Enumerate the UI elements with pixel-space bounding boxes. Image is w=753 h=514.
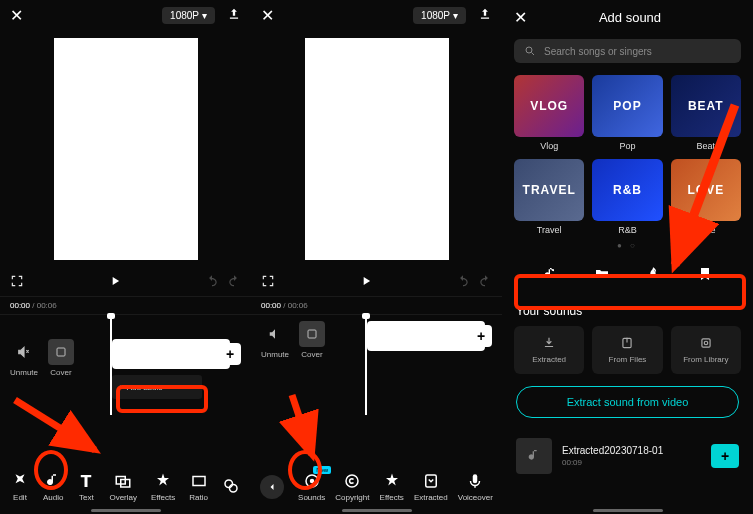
cover-button[interactable]: Cover [48, 339, 74, 377]
tool-sounds[interactable]: SoundsNew [298, 472, 325, 502]
back-button[interactable] [260, 475, 284, 499]
export-icon[interactable] [478, 7, 492, 24]
close-button[interactable]: ✕ [261, 6, 274, 25]
search-placeholder: Search songs or singers [544, 46, 652, 57]
section-title: Your sounds [502, 294, 753, 326]
tab-bookmark-icon[interactable] [697, 266, 713, 284]
close-button[interactable]: ✕ [10, 6, 23, 25]
svg-point-4 [225, 480, 233, 488]
source-library[interactable]: From Library [671, 326, 741, 374]
category-pop[interactable]: POPPop [592, 75, 662, 151]
redo-icon[interactable] [478, 274, 492, 290]
svg-point-5 [229, 484, 237, 492]
topbar: ✕ 1080P▾ [0, 0, 251, 30]
svg-rect-3 [193, 477, 205, 486]
add-sound-panel: ✕ Add sound Search songs or singers VLOG… [502, 0, 753, 514]
sound-info: Extracted20230718-01 00:09 [562, 445, 701, 467]
category-row-1: VLOGVlog POPPop BEATBeat [502, 67, 753, 151]
export-icon[interactable] [227, 7, 241, 24]
category-row-2: TRAVELTravel R&BR&B LOVELove [502, 151, 753, 235]
playback-controls [0, 268, 251, 296]
search-input[interactable]: Search songs or singers [514, 39, 741, 63]
video-clip[interactable] [367, 321, 485, 351]
tab-folder-icon[interactable] [594, 266, 610, 284]
new-badge: New [313, 466, 331, 474]
svg-rect-14 [702, 339, 710, 347]
tool-sound-effects[interactable]: Effects [380, 472, 404, 502]
svg-point-12 [526, 47, 532, 53]
editor-panel-1: ✕ 1080P▾ 00:00 / 00:06 Unmute Cover + +A… [0, 0, 251, 514]
source-tabs [508, 256, 747, 294]
undo-icon[interactable] [456, 274, 470, 290]
tool-edit[interactable]: Edit [11, 472, 29, 502]
home-indicator [91, 509, 161, 512]
preview-canvas[interactable] [54, 38, 198, 260]
svg-point-9 [346, 475, 358, 487]
header: ✕ Add sound [502, 0, 753, 35]
audio-toolbar: SoundsNew Copyright Effects Extracted Vo… [251, 472, 502, 502]
source-buttons: Extracted From Files From Library [502, 326, 753, 374]
svg-rect-11 [473, 474, 478, 483]
resolution-selector[interactable]: 1080P▾ [413, 7, 466, 24]
tool-filter[interactable] [222, 477, 240, 498]
add-audio-button[interactable]: +Add audio [112, 375, 202, 399]
page-dots: ● ○ [502, 235, 753, 256]
redo-icon[interactable] [227, 274, 241, 290]
page-title: Add sound [519, 10, 741, 25]
tab-tiktok-icon[interactable] [542, 266, 558, 284]
search-icon [524, 45, 536, 57]
add-clip-button[interactable]: + [219, 343, 241, 365]
tab-fire-icon[interactable] [645, 266, 661, 284]
resolution-selector[interactable]: 1080P▾ [162, 7, 215, 24]
tool-voiceover[interactable]: Voiceover [458, 472, 493, 502]
chevron-down-icon: ▾ [453, 10, 458, 21]
add-clip-button[interactable]: + [470, 325, 492, 347]
category-love[interactable]: LOVELove [671, 159, 741, 235]
tool-overlay[interactable]: Overlay [109, 472, 137, 502]
play-button[interactable] [108, 274, 122, 290]
chevron-down-icon: ▾ [202, 10, 207, 21]
home-indicator [342, 509, 412, 512]
tool-effects[interactable]: Effects [151, 472, 175, 502]
sound-thumb [516, 438, 552, 474]
category-beat[interactable]: BEATBeat [671, 75, 741, 151]
tool-extracted[interactable]: Extracted [414, 472, 448, 502]
sound-item[interactable]: Extracted20230718-01 00:09 + [502, 430, 753, 482]
time-display: 00:00 / 00:06 [0, 296, 251, 314]
video-clip[interactable] [112, 339, 230, 369]
fullscreen-icon[interactable] [261, 274, 275, 290]
play-button[interactable] [359, 274, 373, 290]
svg-point-15 [704, 341, 708, 345]
svg-point-8 [309, 479, 314, 484]
unmute-button[interactable]: Unmute [10, 339, 38, 377]
undo-icon[interactable] [205, 274, 219, 290]
source-files[interactable]: From Files [592, 326, 662, 374]
extract-sound-button[interactable]: Extract sound from video [516, 386, 739, 418]
editor-panel-2: ✕ 1080P▾ 00:00 / 00:06 Unmute Cover + So… [251, 0, 502, 514]
timeline[interactable]: Unmute Cover + +Add audio [0, 314, 251, 424]
topbar: ✕ 1080P▾ [251, 0, 502, 30]
tool-ratio[interactable]: Ratio [189, 472, 208, 502]
home-indicator [593, 509, 663, 512]
svg-rect-0 [57, 348, 65, 356]
tool-text[interactable]: Text [77, 472, 95, 502]
timeline[interactable]: Unmute Cover + [251, 314, 502, 444]
cover-button[interactable]: Cover [299, 321, 325, 359]
category-rnb[interactable]: R&BR&B [592, 159, 662, 235]
add-sound-button[interactable]: + [711, 444, 739, 468]
tool-audio[interactable]: Audio [43, 472, 63, 502]
tool-copyright[interactable]: Copyright [335, 472, 369, 502]
category-vlog[interactable]: VLOGVlog [514, 75, 584, 151]
source-extracted[interactable]: Extracted [514, 326, 584, 374]
svg-rect-6 [308, 330, 316, 338]
preview-canvas[interactable] [305, 38, 449, 260]
fullscreen-icon[interactable] [10, 274, 24, 290]
playback-controls [251, 268, 502, 296]
time-display: 00:00 / 00:06 [251, 296, 502, 314]
unmute-button[interactable]: Unmute [261, 321, 289, 359]
category-travel[interactable]: TRAVELTravel [514, 159, 584, 235]
bottom-toolbar: Edit Audio Text Overlay Effects Ratio [0, 472, 251, 502]
